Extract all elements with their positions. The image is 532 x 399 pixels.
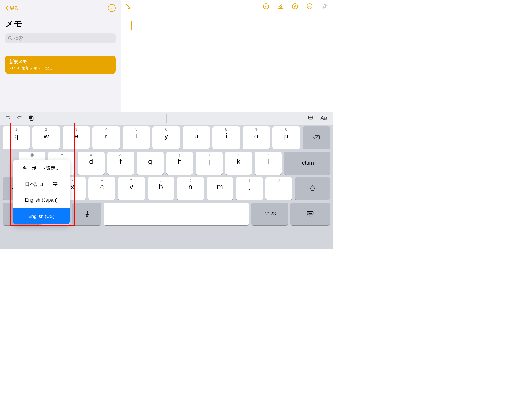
key-u[interactable]: 7u	[183, 126, 210, 149]
svg-point-12	[310, 6, 311, 7]
search-input[interactable]: 検索	[5, 33, 116, 43]
keyboard-dismiss-icon	[306, 210, 314, 218]
expand-button[interactable]	[125, 3, 131, 10]
svg-point-2	[113, 8, 114, 9]
camera-button[interactable]	[277, 3, 284, 10]
lang-english-us-item[interactable]: English (US)	[13, 208, 70, 224]
key-v[interactable]: =v	[118, 177, 145, 200]
key-k[interactable]: 'k	[225, 152, 252, 175]
numbers-key-right[interactable]: .?123	[251, 203, 288, 225]
compose-button[interactable]	[321, 3, 327, 10]
keyboard-settings-item[interactable]: キーボード設定…	[13, 160, 70, 176]
shift-icon	[309, 184, 316, 192]
key-d[interactable]: ¥d	[78, 152, 105, 175]
svg-point-11	[309, 6, 310, 7]
key-b[interactable]: /b	[148, 177, 175, 200]
note-time: 21:14	[9, 66, 19, 71]
space-key[interactable]	[104, 203, 249, 225]
shift-key[interactable]	[295, 177, 330, 200]
key-p[interactable]: 0p	[272, 126, 300, 149]
svg-rect-14	[29, 116, 32, 119]
key-,[interactable]: !,	[236, 177, 263, 200]
svg-point-0	[110, 8, 111, 9]
undo-button[interactable]	[5, 115, 11, 122]
key-t[interactable]: 5t	[123, 126, 150, 149]
sidebar-more-button[interactable]	[108, 4, 116, 12]
backspace-key[interactable]	[303, 126, 330, 149]
svg-rect-26	[86, 211, 88, 215]
svg-point-1	[111, 8, 112, 9]
check-circle-icon	[263, 3, 269, 9]
key-o[interactable]: 9o	[243, 126, 270, 149]
lang-japanese-romaji-item[interactable]: 日本語ローマ字	[13, 176, 70, 192]
back-button[interactable]: 戻る	[5, 5, 19, 11]
redo-button[interactable]	[17, 115, 22, 122]
pen-circle-icon	[292, 3, 298, 9]
microphone-icon	[83, 210, 91, 218]
chevron-left-icon	[5, 5, 9, 11]
editor-more-button[interactable]	[307, 3, 313, 10]
key-w[interactable]: 2w	[32, 126, 60, 149]
compose-icon	[321, 3, 327, 9]
redo-icon	[17, 115, 22, 121]
note-list-item[interactable]: 新規メモ 21:14 追加テキストなし	[5, 56, 116, 74]
key-f[interactable]: &f	[107, 152, 134, 175]
key-m[interactable]: :m	[207, 177, 234, 200]
svg-line-4	[11, 39, 12, 40]
key-n[interactable]: ;n	[177, 177, 204, 200]
ellipsis-circle-icon	[307, 3, 313, 9]
page-title: メモ	[5, 18, 116, 30]
markup-button[interactable]	[292, 3, 298, 10]
format-button[interactable]: Aa	[320, 115, 327, 122]
key-j[interactable]: )j	[196, 152, 223, 175]
key-h[interactable]: (h	[166, 152, 193, 175]
key-e[interactable]: 3e	[63, 126, 90, 149]
back-label: 戻る	[9, 5, 19, 11]
language-menu: キーボード設定… 日本語ローマ字 English (Japan) English…	[13, 160, 70, 224]
key-i[interactable]: 8i	[212, 126, 240, 149]
key-g[interactable]: *g	[137, 152, 164, 175]
text-cursor	[131, 21, 132, 30]
ellipsis-icon	[110, 8, 114, 9]
clipboard-button[interactable]	[28, 115, 34, 122]
key-q[interactable]: 1q	[3, 126, 30, 149]
return-key[interactable]: return	[284, 152, 330, 175]
table-button[interactable]	[308, 115, 314, 122]
svg-point-3	[8, 36, 11, 39]
undo-icon	[5, 115, 11, 121]
dictation-key[interactable]	[72, 203, 101, 225]
svg-rect-29	[307, 211, 313, 215]
dismiss-keyboard-key[interactable]	[290, 203, 330, 225]
note-subtitle: 追加テキストなし	[22, 66, 53, 71]
key-c[interactable]: +c	[88, 177, 115, 200]
table-icon	[308, 115, 314, 121]
svg-point-7	[280, 5, 282, 8]
key-l[interactable]: "l	[255, 152, 282, 175]
key-y[interactable]: 6y	[152, 126, 180, 149]
checklist-button[interactable]	[263, 3, 269, 10]
backspace-icon	[312, 134, 320, 141]
search-icon	[8, 36, 12, 41]
svg-point-10	[308, 6, 309, 7]
search-placeholder: 検索	[14, 35, 23, 41]
key-.[interactable]: ?.	[265, 177, 292, 200]
note-title: 新規メモ	[9, 59, 111, 65]
key-r[interactable]: 4r	[92, 126, 120, 149]
lang-english-japan-item[interactable]: English (Japan)	[13, 192, 70, 208]
expand-icon	[125, 3, 131, 9]
clipboard-icon	[28, 115, 34, 121]
camera-icon	[277, 3, 284, 9]
